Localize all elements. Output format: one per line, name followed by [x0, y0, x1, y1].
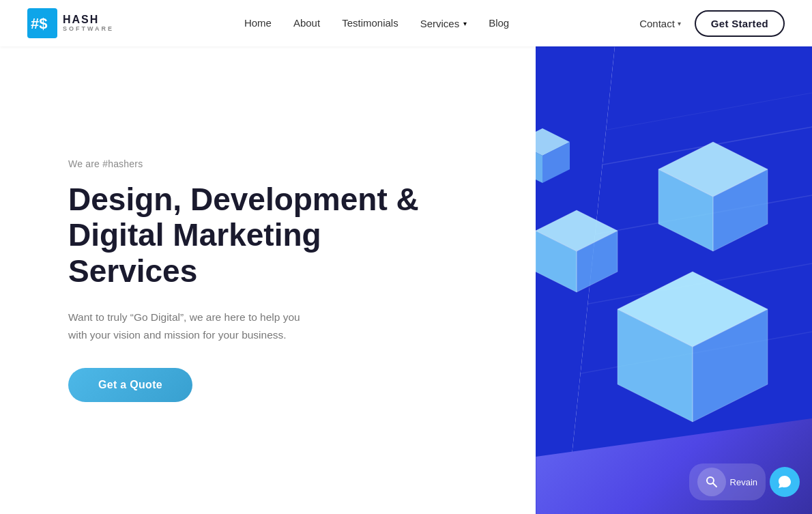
hero-title: Design, Development & Digital Marketing … [68, 182, 419, 290]
brand-name: HASH [63, 14, 114, 26]
hero-description: Want to truly “Go Digital”, we are here … [68, 309, 314, 343]
hero-title-line1: Design, Development & [68, 182, 419, 217]
contact-chevron-icon: ▾ [678, 20, 681, 27]
nav-link-testimonials[interactable]: Testimonials [342, 17, 398, 29]
search-chat-icon [705, 475, 719, 489]
navbar: #$ HASH SOFTWARE Home About Testimonials… [0, 0, 812, 46]
hero-subtitle: We are #hashers [68, 158, 419, 169]
logo-icon: #$ [27, 8, 57, 38]
logo[interactable]: #$ HASH SOFTWARE [27, 8, 114, 38]
chevron-down-icon: ▾ [463, 20, 467, 27]
nav-links: Home About Testimonials Services ▾ Blog [244, 17, 509, 29]
nav-item-about[interactable]: About [293, 17, 320, 29]
hero-title-line3: Services [68, 253, 197, 289]
nav-link-about[interactable]: About [293, 17, 320, 29]
nav-link-services[interactable]: Services [420, 18, 460, 29]
get-quote-button[interactable]: Get a Quote [68, 368, 192, 402]
svg-text:#$: #$ [31, 15, 47, 32]
chat-bubble-icon[interactable] [770, 467, 800, 497]
nav-item-home[interactable]: Home [244, 17, 272, 29]
brand-tagline: SOFTWARE [63, 26, 114, 33]
hero-left: We are #hashers Design, Development & Di… [0, 46, 536, 514]
revain-badge[interactable]: Revain [689, 463, 766, 500]
hero-section: We are #hashers Design, Development & Di… [0, 46, 812, 514]
chat-search-icon [697, 468, 726, 496]
nav-right: Contact ▾ Get Started [639, 10, 785, 37]
nav-link-home[interactable]: Home [244, 17, 272, 29]
chat-widget[interactable]: Revain [689, 463, 800, 500]
nav-link-blog[interactable]: Blog [489, 17, 509, 29]
cubes-illustration [536, 74, 781, 483]
nav-item-services[interactable]: Services ▾ [420, 18, 467, 29]
nav-item-blog[interactable]: Blog [489, 17, 509, 29]
hero-content: We are #hashers Design, Development & Di… [68, 158, 419, 403]
hero-title-line2: Digital Marketing [68, 217, 321, 253]
get-started-button[interactable]: Get Started [695, 10, 785, 37]
hero-right [536, 46, 812, 514]
revain-label: Revain [730, 477, 757, 487]
contact-label: Contact [639, 18, 675, 29]
nav-item-testimonials[interactable]: Testimonials [342, 17, 398, 29]
contact-link[interactable]: Contact ▾ [639, 18, 681, 29]
chat-icon [777, 474, 792, 489]
svg-line-29 [713, 483, 716, 487]
